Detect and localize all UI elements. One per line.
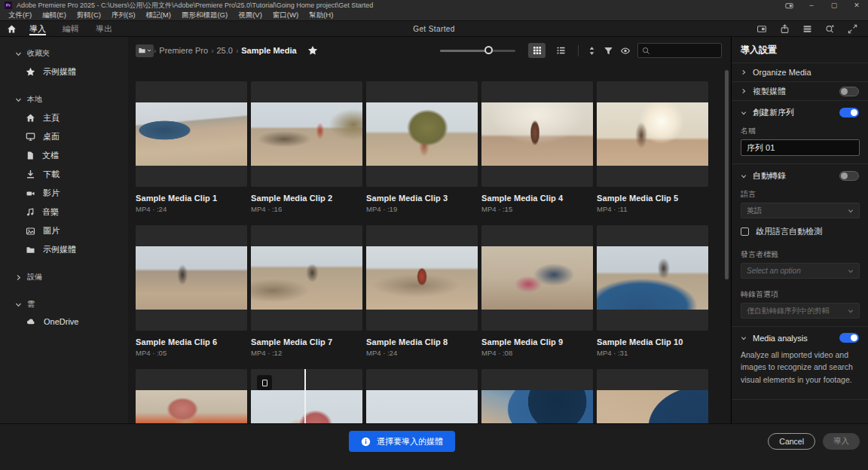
language-select[interactable]: 英語 (741, 203, 860, 218)
breadcrumb-premiere-pro[interactable]: Premiere Pro (159, 46, 208, 55)
media-card[interactable]: Sample Media Clip 5MP4 · :11 (597, 81, 708, 213)
list-view-button[interactable] (552, 43, 570, 58)
sidebar-item-documents[interactable]: 文檔 (0, 146, 128, 165)
select-media-notice-button[interactable]: 選擇要導入的媒體 (349, 431, 455, 452)
speaker-select[interactable]: Select an option (741, 263, 860, 279)
media-thumbnail[interactable] (366, 225, 478, 331)
sidebar-item-desktop[interactable]: 桌面 (0, 127, 128, 146)
media-card[interactable] (251, 369, 362, 424)
media-card[interactable]: Sample Media Clip 4MP4 · :15 (481, 81, 593, 213)
media-thumbnail[interactable] (366, 369, 478, 424)
media-analysis-toggle[interactable] (839, 333, 859, 343)
vertical-scrollbar[interactable] (725, 70, 729, 279)
grid-view-button[interactable] (528, 43, 546, 58)
sequence-name-input[interactable] (741, 139, 860, 156)
preview-eye-button[interactable] (620, 46, 631, 56)
sidebar-item-downloads[interactable]: 下載 (0, 165, 128, 184)
sidebar-item-sample-media-favorite[interactable]: 示例媒體 (0, 63, 128, 81)
new-sequence-toggle[interactable] (839, 108, 859, 118)
location-folder-button[interactable] (136, 44, 154, 57)
media-card[interactable] (597, 369, 708, 424)
sidebar-section-local[interactable]: 本地 (0, 90, 128, 108)
media-thumbnail[interactable] (251, 369, 362, 424)
ai-search-icon[interactable] (825, 24, 835, 34)
menu-markers[interactable]: 標記(M) (141, 11, 176, 20)
menu-clip[interactable]: 剪輯(C) (72, 11, 106, 20)
slider-knob[interactable] (484, 46, 493, 54)
sidebar-item-sample-media[interactable]: 示例媒體 (0, 240, 128, 259)
copy-media-row[interactable]: 複製媒體 (732, 82, 868, 101)
media-thumbnail[interactable] (481, 81, 593, 187)
maximize-button[interactable]: ▢ (823, 0, 845, 11)
media-thumbnail[interactable] (136, 81, 247, 187)
home-button[interactable] (0, 24, 23, 34)
media-card[interactable]: Sample Media Clip 2MP4 · :16 (251, 81, 362, 213)
copy-media-toggle[interactable] (839, 87, 859, 96)
menu-window[interactable]: 窗口(W) (267, 11, 304, 20)
media-thumbnail[interactable] (481, 225, 593, 331)
media-thumbnail[interactable] (481, 369, 593, 424)
thumbnail-zoom-slider[interactable] (440, 45, 515, 56)
selection-badge[interactable] (257, 375, 272, 390)
search-input[interactable] (653, 47, 717, 55)
breadcrumb-sample-media[interactable]: Sample Media (241, 46, 296, 55)
media-card[interactable]: Sample Media Clip 1MP4 · :24 (136, 81, 247, 213)
menu-sequence[interactable]: 序列(S) (106, 11, 141, 20)
sidebar-item-onedrive[interactable]: OneDrive (0, 313, 128, 330)
auto-detect-language-row[interactable]: 啟用語言自動檢測 (732, 218, 868, 240)
favorite-star-icon[interactable] (307, 45, 318, 56)
sidebar-item-pictures[interactable]: 圖片 (0, 221, 128, 240)
media-card[interactable] (366, 369, 478, 424)
menu-view[interactable]: 視圖(V) (233, 11, 267, 20)
tab-export[interactable]: 導出 (89, 21, 119, 36)
menu-edit[interactable]: 編輯(E) (37, 11, 72, 20)
transcribe-pref-select[interactable]: 僅自動轉錄序列中的剪輯 (741, 303, 860, 319)
frame-io-icon[interactable] (756, 24, 767, 34)
media-card[interactable]: Sample Media Clip 9MP4 · :08 (481, 225, 593, 357)
sidebar-section-cloud[interactable]: 雲 (0, 295, 128, 313)
media-thumbnail[interactable] (136, 369, 247, 424)
workspaces-icon[interactable] (802, 24, 812, 34)
media-thumbnail[interactable] (366, 81, 478, 187)
import-button[interactable]: 導入 (823, 433, 860, 450)
media-thumbnail[interactable] (597, 369, 708, 424)
media-thumbnail[interactable] (251, 81, 362, 187)
taskbar-panel-icon[interactable] (778, 0, 800, 11)
menu-graphics[interactable]: 圖形和標題(G) (176, 11, 233, 20)
minimize-button[interactable]: – (800, 0, 823, 11)
chevron-down-icon[interactable] (741, 335, 747, 341)
menu-help[interactable]: 幫助(H) (304, 11, 338, 20)
media-card[interactable]: Sample Media Clip 6MP4 · :05 (136, 225, 247, 357)
media-card[interactable]: Sample Media Clip 3MP4 · :19 (366, 81, 478, 213)
fullscreen-icon[interactable] (848, 24, 857, 34)
close-button[interactable]: ✕ (845, 0, 868, 11)
filter-button[interactable] (604, 46, 613, 56)
chevron-down-icon[interactable] (741, 173, 747, 179)
chevron-down-icon[interactable] (741, 110, 747, 116)
menu-file[interactable]: 文件(F) (3, 11, 37, 20)
sidebar-section-favorites[interactable]: 收藏夾 (0, 44, 128, 63)
media-thumbnail[interactable] (597, 81, 708, 187)
auto-transcribe-toggle[interactable] (839, 171, 859, 181)
media-card[interactable]: Sample Media Clip 7MP4 · :12 (251, 225, 362, 357)
sidebar-item-music[interactable]: 音樂 (0, 203, 128, 221)
scrub-playhead[interactable] (304, 369, 306, 424)
media-card[interactable] (481, 369, 593, 424)
cancel-button[interactable]: Cancel (768, 433, 815, 450)
breadcrumb-version[interactable]: 25.0 (216, 46, 232, 55)
auto-detect-checkbox[interactable] (741, 227, 749, 236)
media-thumbnail[interactable] (136, 225, 247, 331)
media-card[interactable] (136, 369, 247, 424)
tab-import[interactable]: 導入 (23, 21, 53, 36)
sidebar-item-home[interactable]: 主頁 (0, 108, 128, 127)
media-thumbnail[interactable] (597, 225, 708, 331)
quick-export-icon[interactable] (780, 24, 790, 34)
media-card[interactable]: Sample Media Clip 10MP4 · :31 (597, 225, 708, 357)
sidebar-section-devices[interactable]: 設備 (0, 268, 128, 286)
media-card[interactable]: Sample Media Clip 8MP4 · :24 (366, 225, 478, 357)
organize-media-row[interactable]: Organize Media (732, 63, 868, 82)
sidebar-item-videos[interactable]: 影片 (0, 184, 128, 203)
media-thumbnail[interactable] (251, 225, 362, 331)
tab-edit[interactable]: 編輯 (56, 21, 86, 36)
sort-button[interactable] (587, 46, 597, 56)
